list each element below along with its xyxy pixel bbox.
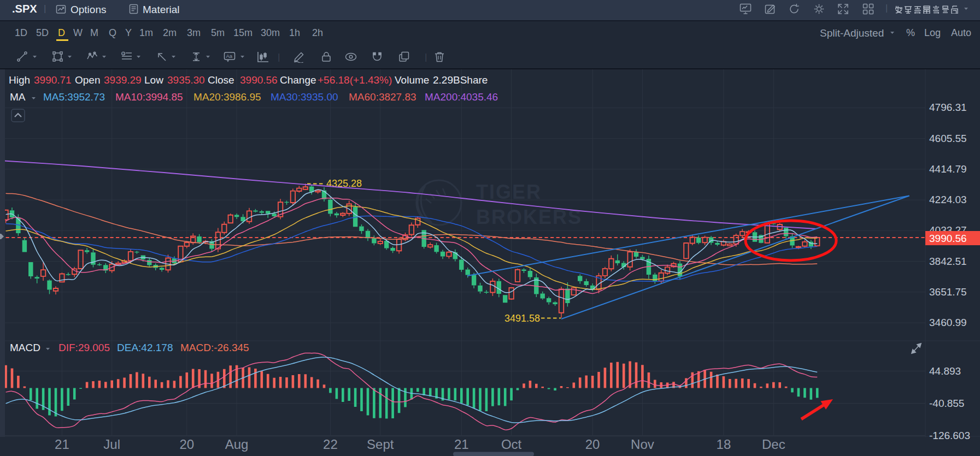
svg-text:4414.79: 4414.79 bbox=[929, 163, 967, 175]
svg-text:3842.51: 3842.51 bbox=[929, 256, 967, 267]
svg-text:22: 22 bbox=[323, 437, 338, 452]
svg-text:Dec: Dec bbox=[762, 437, 785, 452]
svg-text:20: 20 bbox=[585, 437, 600, 452]
svg-text:Aug: Aug bbox=[225, 437, 249, 452]
svg-text:20: 20 bbox=[179, 437, 194, 452]
svg-text:Sept: Sept bbox=[367, 437, 394, 452]
svg-text:G: G bbox=[122, 52, 125, 55]
svg-text:3990.56: 3990.56 bbox=[929, 233, 967, 244]
svg-text:Oct: Oct bbox=[501, 437, 522, 452]
svg-text:Jul: Jul bbox=[103, 437, 120, 452]
svg-text:21: 21 bbox=[55, 437, 69, 452]
svg-text:4796.31: 4796.31 bbox=[929, 102, 967, 113]
svg-text:18: 18 bbox=[717, 437, 731, 452]
svg-text:4224.03: 4224.03 bbox=[929, 194, 967, 205]
svg-text:Aa: Aa bbox=[226, 53, 233, 59]
svg-text:3460.99: 3460.99 bbox=[929, 317, 967, 328]
svg-text:44.893: 44.893 bbox=[929, 365, 961, 377]
svg-text:3651.75: 3651.75 bbox=[929, 286, 967, 298]
svg-text:TIGER: TIGER bbox=[476, 181, 542, 203]
svg-text:3491.58: 3491.58 bbox=[504, 313, 540, 324]
svg-text:21: 21 bbox=[454, 437, 469, 452]
svg-text:Nov: Nov bbox=[631, 437, 654, 452]
svg-text:-126.603: -126.603 bbox=[929, 430, 970, 441]
svg-text:4605.55: 4605.55 bbox=[929, 133, 967, 144]
svg-text:-40.855: -40.855 bbox=[929, 398, 964, 409]
